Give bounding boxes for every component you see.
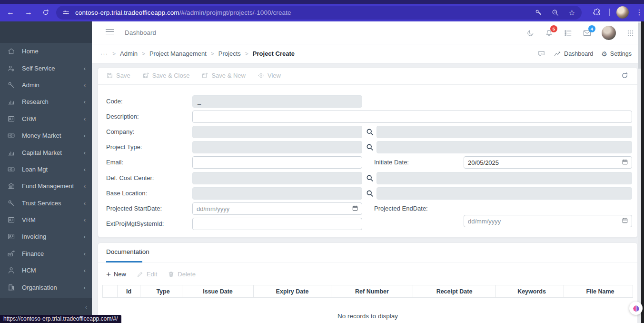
sidebar-item-capital-market[interactable]: Capital Market‹ [0,144,92,161]
navbar-actions: 5 4 [526,21,635,44]
doc-table-header-row: IdTypeIssue DateExpiry DateRef NumberRec… [103,285,633,298]
chat-icon[interactable] [537,50,545,58]
id-card-icon [7,232,15,241]
settings-link-label: Settings [610,50,632,57]
column-header-file-name[interactable]: File Name [564,285,633,298]
forward-icon[interactable]: → [23,7,34,18]
app-navbar: Dashboard 5 4 [92,21,644,44]
finance-icon [7,250,15,258]
column-header-expiry-date[interactable]: Expiry Date [254,285,331,298]
apps-grid-icon[interactable] [626,29,635,38]
project-type-label: Project Type: [106,141,142,153]
chevron-left-icon: ‹ [84,166,86,173]
column-header-select[interactable] [103,285,118,298]
new-button[interactable]: +New [106,271,126,278]
edit-button[interactable]: Edit [137,271,157,278]
chevron-left-icon: ‹ [84,267,86,274]
email-input[interactable] [192,156,362,169]
chevron-right-icon: > [211,50,214,57]
pencil-icon [137,271,144,278]
sidebar-header [0,21,92,43]
base-location-search-icon[interactable] [366,189,374,198]
sidebar-item-hcm[interactable]: HCM‹ [0,262,92,279]
sidebar-menu: Home‹Self Service‹Admin‹Research‹CRM‹Mon… [0,43,92,296]
id-card-icon [7,115,15,123]
status-bar-link: https://contoso-erp.trial.tradeofficeapp… [0,315,121,323]
documentation-table: IdTypeIssue DateExpiry DateRef NumberRec… [102,285,633,298]
save-new-button[interactable]: Save & New [201,72,246,79]
save-button[interactable]: Save [106,72,130,79]
address-bar[interactable]: contoso-erp.trial.tradeofficeapp.com/#/a… [56,6,582,20]
sidebar: Home‹Self Service‹Admin‹Research‹CRM‹Mon… [0,21,92,323]
task-list-icon[interactable] [564,29,573,38]
breadcrumb-project-management[interactable]: Project Management [149,50,207,57]
chevron-right-icon: > [112,50,116,57]
sidebar-item-research[interactable]: Research‹ [0,93,92,110]
column-header-ref-number[interactable]: Ref Number [331,285,413,298]
mail-icon[interactable]: 4 [583,29,592,38]
sidebar-item-loan-mgt[interactable]: Loan Mgt‹ [0,161,92,178]
sidebar-item-finance[interactable]: Finance‹ [0,245,92,262]
page-scrollbar-thumb[interactable] [638,23,641,69]
password-key-icon[interactable] [535,9,543,17]
def-cost-center-search-icon[interactable] [366,174,374,182]
extensions-icon[interactable] [591,7,603,18]
sidebar-item-label: CRM [22,115,84,122]
zoom-icon[interactable] [551,9,559,17]
back-icon[interactable]: ← [5,7,16,18]
refresh-icon[interactable] [621,71,629,80]
delete-button[interactable]: Delete [168,271,196,278]
project-create-form-card: Save Save & Close Save & New View Code: … [98,67,638,238]
notifications-bell-icon[interactable]: 5 [545,29,554,38]
description-input[interactable] [192,111,632,123]
dark-mode-moon-icon[interactable] [526,29,535,37]
sidebar-item-self-service[interactable]: Self Service‹ [0,60,92,76]
chevron-left-icon: ‹ [84,216,86,223]
mail-badge: 4 [588,25,595,32]
site-settings-icon[interactable] [62,9,70,17]
activity-icon [554,50,561,58]
browser-profile-avatar[interactable] [616,6,629,19]
column-header-receipt-date[interactable]: Receipt Date [413,285,496,298]
breadcrumb-admin[interactable]: Admin [120,50,138,57]
sidebar-item-invoicing[interactable]: Invoicing‹ [0,228,92,245]
description-label: Description: [106,111,139,123]
initiate-date-input[interactable] [464,156,632,169]
settings-link[interactable]: ⚙ Settings [601,50,632,58]
reload-icon[interactable] [40,7,51,18]
sidebar-item-trust-services[interactable]: Trust Services‹ [0,195,92,212]
code-field: _ [192,95,362,108]
chevron-left-icon[interactable]: ‹ [85,304,87,311]
sidebar-item-vrm[interactable]: VRM‹ [0,212,92,228]
form-row-base-location: Base Location: [98,187,637,200]
breadcrumb-projects[interactable]: Projects [218,50,241,57]
save-close-button[interactable]: Save & Close [142,72,190,79]
column-header-keywords[interactable]: Keywords [496,285,564,298]
sidebar-item-label: Loan Mgt [22,166,84,173]
dashboard-link[interactable]: Dashboard [554,50,593,58]
sidebar-item-organisation[interactable]: Organisation‹ [0,279,92,295]
view-button[interactable]: View [258,72,281,79]
user-avatar[interactable] [602,26,616,40]
projected-start-date-input[interactable] [192,202,362,215]
column-header-issue-date[interactable]: Issue Date [182,285,254,298]
breadcrumb-ellipsis[interactable]: ··· [100,50,108,57]
sidebar-item-crm[interactable]: CRM‹ [0,111,92,127]
sidebar-item-money-market[interactable]: Money Market‹ [0,127,92,144]
sidebar-item-admin[interactable]: Admin‹ [0,77,92,93]
ai-assistant-button[interactable] [629,302,643,315]
menu-toggle-icon[interactable] [106,29,114,37]
sidebar-item-home[interactable]: Home‹ [0,43,92,60]
initiate-date-label: Initiate Date: [374,156,409,169]
sidebar-item-fund-management[interactable]: Fund Management‹ [0,178,92,194]
browser-menu-icon[interactable]: ⋮ [634,7,644,18]
company-search-icon[interactable] [366,128,374,136]
bookmark-star-icon[interactable]: ☆ [568,9,576,17]
column-header-type[interactable]: Type [140,285,182,298]
project-type-search-icon[interactable] [366,143,374,151]
ext-proj-mgt-system-id-input[interactable] [192,218,362,230]
tab-documentation[interactable]: Documentation [106,248,149,255]
base-location-input [192,187,362,200]
save-close-icon [142,72,149,79]
column-header-id[interactable]: Id [118,285,140,298]
